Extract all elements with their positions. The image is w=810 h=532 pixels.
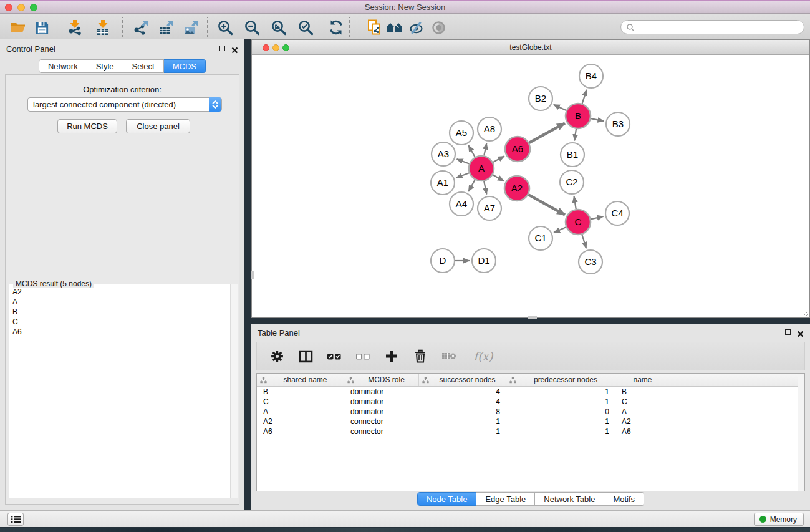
cell-predecessor-nodes[interactable]: 1 bbox=[506, 397, 615, 407]
run-mcds-button[interactable]: Run MCDS bbox=[57, 119, 117, 133]
table-close-panel-icon[interactable] bbox=[797, 329, 804, 340]
export-network-icon[interactable] bbox=[132, 18, 150, 37]
node-A8[interactable]: A8 bbox=[478, 117, 501, 141]
tab-motifs[interactable]: Motifs bbox=[604, 492, 644, 506]
network-window-titlebar[interactable]: testGlobe.txt bbox=[252, 40, 809, 55]
float-panel-icon[interactable] bbox=[219, 46, 225, 51]
cell-successor-nodes[interactable]: 1 bbox=[419, 417, 506, 427]
save-session-icon[interactable] bbox=[32, 18, 51, 37]
zoom-selected-icon[interactable] bbox=[296, 18, 315, 37]
edge-C-C4[interactable] bbox=[591, 216, 603, 219]
close-panel-button[interactable]: Close panel bbox=[126, 119, 190, 133]
edge-A-A6[interactable] bbox=[493, 156, 504, 162]
edge-A-A3[interactable] bbox=[457, 159, 470, 163]
bottom-resize-nub[interactable] bbox=[528, 316, 537, 319]
node-C3[interactable]: C3 bbox=[579, 250, 602, 274]
tab-edge-table[interactable]: Edge Table bbox=[476, 492, 535, 506]
show-graphics-details-icon[interactable] bbox=[429, 18, 448, 37]
cell-mcds-role[interactable]: dominator bbox=[344, 397, 419, 407]
export-image-icon[interactable] bbox=[181, 18, 200, 37]
node-C2[interactable]: C2 bbox=[560, 170, 584, 194]
result-item-c[interactable]: C bbox=[10, 317, 229, 327]
function-builder-icon[interactable]: f(x) bbox=[469, 347, 498, 365]
edge-C-C3[interactable] bbox=[582, 235, 586, 248]
node-B[interactable]: B bbox=[566, 104, 591, 128]
resize-grip-icon[interactable] bbox=[801, 309, 809, 317]
cell-name[interactable]: A6 bbox=[615, 427, 670, 437]
refresh-icon[interactable] bbox=[327, 18, 345, 37]
result-item-b[interactable]: B bbox=[10, 307, 229, 317]
node-C[interactable]: C bbox=[566, 210, 591, 235]
edge-A6-B[interactable] bbox=[529, 123, 565, 143]
cell-name[interactable]: B bbox=[615, 387, 670, 397]
node-A5[interactable]: A5 bbox=[450, 121, 473, 145]
column-header-mcds-role[interactable]: MCDS role bbox=[344, 374, 419, 386]
search-field[interactable] bbox=[620, 20, 804, 34]
column-header-name[interactable]: name bbox=[615, 374, 670, 386]
node-C4[interactable]: C4 bbox=[605, 201, 629, 225]
cell-successor-nodes[interactable]: 8 bbox=[419, 407, 506, 417]
cell-successor-nodes[interactable]: 4 bbox=[419, 397, 506, 407]
node-A7[interactable]: A7 bbox=[478, 196, 501, 220]
cell-mcds-role[interactable]: connector bbox=[344, 427, 419, 437]
cell-mcds-role[interactable]: connector bbox=[344, 417, 419, 427]
cell-predecessor-nodes[interactable]: 1 bbox=[506, 387, 615, 397]
cell-mcds-role[interactable]: dominator bbox=[344, 407, 419, 417]
result-item-a[interactable]: A bbox=[10, 297, 229, 307]
edge-B-B1[interactable] bbox=[574, 129, 576, 140]
cell-predecessor-nodes[interactable]: 1 bbox=[506, 427, 615, 437]
open-session-icon[interactable] bbox=[9, 18, 27, 37]
node-D1[interactable]: D1 bbox=[472, 249, 496, 273]
add-column-icon[interactable] bbox=[383, 347, 400, 365]
duplicate-network-icon[interactable] bbox=[365, 18, 384, 37]
edge-B-B4[interactable] bbox=[582, 90, 587, 104]
table-scrollbar[interactable] bbox=[798, 374, 804, 491]
deselect-all-checkbox-icon[interactable] bbox=[354, 347, 372, 365]
table-float-panel-icon[interactable] bbox=[785, 329, 791, 335]
cell-mcds-role[interactable]: dominator bbox=[344, 387, 419, 397]
split-columns-icon[interactable] bbox=[297, 347, 314, 365]
home-icon[interactable] bbox=[385, 18, 404, 37]
result-item-a2[interactable]: A2 bbox=[10, 287, 229, 297]
edge-A-A4[interactable] bbox=[468, 180, 475, 191]
cell-predecessor-nodes[interactable]: 1 bbox=[506, 417, 615, 427]
result-item-a6[interactable]: A6 bbox=[10, 327, 229, 337]
node-A3[interactable]: A3 bbox=[432, 142, 455, 166]
zoom-in-icon[interactable] bbox=[216, 18, 234, 37]
tab-node-table[interactable]: Node Table bbox=[417, 492, 477, 506]
result-scrollbar[interactable] bbox=[230, 284, 238, 498]
task-history-button[interactable] bbox=[7, 513, 24, 526]
edge-B-B2[interactable] bbox=[554, 105, 566, 110]
cell-predecessor-nodes[interactable]: 0 bbox=[506, 407, 615, 417]
memory-button[interactable]: Memory bbox=[754, 513, 804, 526]
cell-name[interactable]: C bbox=[615, 397, 670, 407]
node-B2[interactable]: B2 bbox=[529, 87, 552, 110]
delete-column-icon[interactable] bbox=[412, 347, 429, 365]
import-table-icon[interactable] bbox=[94, 18, 112, 37]
tab-network[interactable]: Network bbox=[39, 59, 87, 73]
node-A1[interactable]: A1 bbox=[431, 171, 455, 195]
table-row[interactable]: Adominator80A bbox=[257, 407, 804, 417]
network-canvas[interactable]: B4B2BB3B1A5A8A6A3AA1A2C2A4A7C4CC1C3DD1 bbox=[252, 56, 809, 317]
cell-successor-nodes[interactable]: 4 bbox=[419, 387, 506, 397]
cell-shared-name[interactable]: A bbox=[257, 407, 344, 417]
tab-select[interactable]: Select bbox=[123, 59, 164, 73]
zoom-fit-icon[interactable] bbox=[269, 18, 288, 37]
node-A2[interactable]: A2 bbox=[504, 176, 529, 201]
edge-B-B3[interactable] bbox=[591, 118, 604, 121]
column-header-shared-name[interactable]: shared name bbox=[257, 374, 344, 386]
node-A[interactable]: A bbox=[469, 156, 494, 181]
cell-successor-nodes[interactable]: 1 bbox=[419, 427, 506, 437]
criterion-dropdown[interactable]: largest connected component (directed) bbox=[27, 97, 222, 112]
table-row[interactable]: Cdominator41C bbox=[257, 397, 804, 407]
table-row[interactable]: Bdominator41B bbox=[257, 387, 804, 397]
column-header-predecessor-nodes[interactable]: predecessor nodes bbox=[506, 374, 615, 386]
edge-A-A2[interactable] bbox=[493, 175, 504, 181]
tab-style[interactable]: Style bbox=[87, 59, 123, 73]
select-all-checkbox-icon[interactable] bbox=[325, 347, 343, 365]
edge-C-C1[interactable] bbox=[554, 227, 566, 233]
zoom-out-icon[interactable] bbox=[243, 18, 261, 37]
left-resize-nub[interactable] bbox=[251, 271, 254, 279]
edge-A-A8[interactable] bbox=[484, 143, 486, 156]
mcds-result-list[interactable]: A2ABCA6 bbox=[10, 287, 229, 497]
